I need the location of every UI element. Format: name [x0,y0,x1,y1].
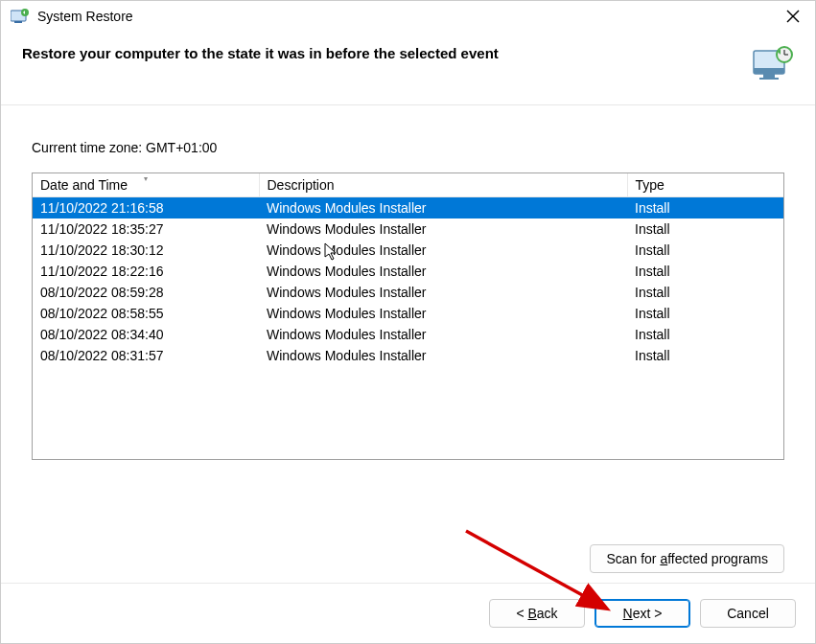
cell-date: 08/10/2022 08:58:55 [33,303,259,324]
wizard-footer: < Back Next > Cancel [1,583,815,643]
column-header-description[interactable]: Description [259,173,627,197]
table-row[interactable]: 11/10/2022 18:30:12Windows Modules Insta… [33,240,783,261]
svg-rect-1 [14,21,22,23]
system-restore-window: System Restore Restore your computer to … [0,0,816,644]
content-area: Current time zone: GMT+01:00 Date and Ti… [1,105,815,519]
column-header-date-label: Date and Time [40,177,128,193]
cell-description: Windows Modules Installer [259,303,627,324]
cell-type: Install [627,282,783,303]
next-button[interactable]: Next > [595,599,690,628]
cell-date: 11/10/2022 18:30:12 [33,240,259,261]
table-row-empty [33,387,783,408]
cell-type: Install [627,218,783,240]
close-icon [786,10,800,23]
close-button[interactable] [779,4,807,29]
scan-affected-programs-button[interactable]: Scan for affected programs [590,544,784,573]
cell-type: Install [627,303,783,324]
svg-rect-8 [759,78,779,80]
restore-monitor-icon [752,45,794,83]
cell-description: Windows Modules Installer [259,197,627,218]
cell-description: Windows Modules Installer [259,218,627,240]
restore-points-table: Date and Time ▾ Description Type 11/10/2… [32,172,784,460]
column-header-description-label: Description [268,177,335,193]
table-row[interactable]: 08/10/2022 08:59:28Windows Modules Insta… [33,282,783,303]
table-row-empty [33,429,783,450]
table-row[interactable]: 08/10/2022 08:34:40Windows Modules Insta… [33,324,783,345]
wizard-header: Restore your computer to the state it wa… [1,32,815,105]
chevron-down-icon: ▾ [144,174,148,183]
svg-rect-6 [754,68,784,74]
cell-type: Install [627,197,783,218]
table-row-empty [33,408,783,429]
page-title: Restore your computer to the state it wa… [22,45,499,61]
column-header-date[interactable]: Date and Time ▾ [33,173,259,197]
timezone-label: Current time zone: GMT+01:00 [32,140,784,155]
cancel-button[interactable]: Cancel [700,599,796,628]
table-row[interactable]: 08/10/2022 08:31:57Windows Modules Insta… [33,345,783,366]
cell-date: 11/10/2022 21:16:58 [33,197,259,218]
titlebar: System Restore [1,1,815,32]
back-button[interactable]: < Back [489,599,585,628]
scan-row: Scan for affected programs [1,519,815,583]
cell-description: Windows Modules Installer [259,345,627,366]
cell-date: 08/10/2022 08:59:28 [33,282,259,303]
table-row[interactable]: 11/10/2022 21:16:58Windows Modules Insta… [33,197,783,218]
cell-type: Install [627,261,783,282]
cell-description: Windows Modules Installer [259,324,627,345]
cell-date: 11/10/2022 18:35:27 [33,218,259,240]
system-restore-icon [11,9,30,24]
cell-description: Windows Modules Installer [259,261,627,282]
cell-type: Install [627,240,783,261]
cell-date: 08/10/2022 08:34:40 [33,324,259,345]
svg-rect-7 [763,74,775,78]
table-row-empty [33,366,783,387]
table-row[interactable]: 08/10/2022 08:58:55Windows Modules Insta… [33,303,783,324]
window-title: System Restore [37,9,779,24]
cell-date: 08/10/2022 08:31:57 [33,345,259,366]
cell-type: Install [627,324,783,345]
cell-type: Install [627,345,783,366]
table-row[interactable]: 11/10/2022 18:22:16Windows Modules Insta… [33,261,783,282]
table-row[interactable]: 11/10/2022 18:35:27Windows Modules Insta… [33,218,783,240]
cell-description: Windows Modules Installer [259,240,627,261]
cell-description: Windows Modules Installer [259,282,627,303]
column-header-type-label: Type [636,177,664,193]
cell-date: 11/10/2022 18:22:16 [33,261,259,282]
column-header-type[interactable]: Type [627,173,783,197]
